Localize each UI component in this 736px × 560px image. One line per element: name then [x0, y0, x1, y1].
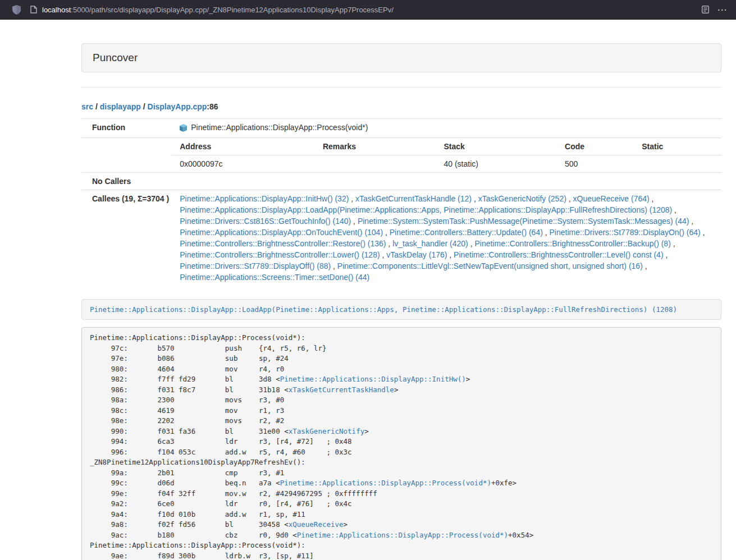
breadcrumb-file-link[interactable]: DisplayApp.cpp: [148, 102, 207, 111]
callee-link[interactable]: Pinetime::Controllers::BrightnessControl…: [454, 250, 663, 259]
function-row: Function Pinetime::Applications::Display…: [81, 119, 721, 138]
code-symbol-link[interactable]: Pinetime::Applications::DisplayApp::Init…: [280, 375, 466, 383]
callee-link[interactable]: xQueueReceive (764): [573, 194, 650, 203]
symbol-panel: Pinetime::Applications::DisplayApp::Load…: [81, 299, 721, 320]
no-callers-row: No Callers: [81, 173, 721, 190]
callee-link[interactable]: Pinetime::Controllers::BrightnessControl…: [180, 250, 380, 259]
callee-link[interactable]: Pinetime::Drivers::Cst816S::GetTouchInfo…: [180, 217, 351, 226]
code-symbol-link[interactable]: Pinetime::Applications::DisplayApp::Proc…: [297, 531, 508, 539]
tracking-protection-shield-icon[interactable]: [12, 5, 21, 15]
callee-link[interactable]: lv_task_handler (420): [392, 239, 468, 248]
callee-link[interactable]: xTaskGenericNotify (252): [478, 194, 566, 203]
metrics-table: Address Remarks Stack Code Static 0x0000…: [171, 138, 721, 172]
column-header-remarks: Remarks: [314, 138, 436, 155]
loadapp-symbol-link[interactable]: Pinetime::Applications::DisplayApp::Load…: [90, 305, 677, 314]
page-title: Puncover: [93, 52, 138, 63]
kebab-menu-icon[interactable]: ⋯: [714, 2, 730, 17]
callees-row: Callees (19, Σ=3704 ) Pinetime::Applicat…: [81, 190, 721, 286]
callee-link[interactable]: Pinetime::Controllers::BrightnessControl…: [180, 239, 386, 248]
callee-link[interactable]: Pinetime::Applications::DisplayApp::Init…: [180, 194, 349, 203]
code-symbol-link[interactable]: xTaskGetCurrentTaskHandle: [289, 385, 394, 394]
stack-value: 40 (static): [436, 155, 557, 173]
column-header-code: Code: [556, 138, 633, 155]
code-symbol-link[interactable]: xTaskGenericNotify: [289, 427, 364, 435]
static-value: [633, 155, 721, 173]
function-type-icon: [180, 123, 187, 135]
callee-link[interactable]: Pinetime::Applications::DisplayApp::OnTo…: [180, 228, 383, 237]
breadcrumb-src-link[interactable]: src: [81, 102, 93, 111]
callees-list: Pinetime::Applications::DisplayApp::Init…: [171, 190, 721, 286]
callee-link[interactable]: Pinetime::Drivers::St7789::DisplayOn() (…: [550, 228, 701, 237]
callee-link[interactable]: Pinetime::System::SystemTask::PushMessag…: [358, 217, 689, 226]
url-path: :5000/path/src/displayapp/DisplayApp.cpp…: [71, 6, 394, 14]
callee-link[interactable]: Pinetime::Drivers::St7789::DisplayOff() …: [180, 261, 331, 270]
url-host: localhost: [42, 6, 71, 14]
callee-link[interactable]: Pinetime::Applications::Screens::Timer::…: [180, 273, 369, 282]
column-header-address: Address: [171, 138, 314, 155]
code-symbol-link[interactable]: Pinetime::Applications::DisplayApp::Proc…: [280, 479, 491, 487]
reader-view-icon[interactable]: [697, 2, 714, 17]
breadcrumb-line-number: :86: [207, 102, 218, 111]
column-header-stack: Stack: [436, 138, 557, 155]
breadcrumb: src / displayapp / DisplayApp.cpp:86: [81, 102, 721, 111]
code-symbol-link[interactable]: xQueueReceive: [289, 520, 344, 529]
function-table: Function Pinetime::Applications::Display…: [81, 118, 721, 286]
callee-link[interactable]: Pinetime::Applications::DisplayApp::Load…: [180, 205, 672, 214]
callee-link[interactable]: Pinetime::Controllers::Battery::Update()…: [390, 228, 543, 237]
callee-link[interactable]: xTaskGetCurrentTaskHandle (12): [355, 194, 472, 203]
column-header-static: Static: [633, 138, 721, 155]
address-value: 0x0000097c: [171, 155, 314, 173]
code-size-value: 500: [556, 155, 633, 173]
page-content: Puncover src / displayapp / DisplayApp.c…: [0, 20, 736, 560]
metrics-values-row: 0x0000097c 40 (static) 500: [171, 155, 721, 173]
breadcrumb-separator: /: [93, 102, 100, 111]
breadcrumb-separator: /: [141, 102, 148, 111]
page-proxy-icon[interactable]: [30, 6, 37, 13]
function-name: Pinetime::Applications::DisplayApp::Proc…: [191, 122, 368, 133]
callee-link[interactable]: Pinetime::Components::LittleVgl::SetNewT…: [337, 261, 643, 270]
no-callers-label: No Callers: [81, 173, 171, 190]
metrics-row: Address Remarks Stack Code Static 0x0000…: [81, 138, 721, 173]
browser-toolbar: localhost:5000/path/src/displayapp/Displ…: [0, 0, 736, 20]
callees-label: Callees (19, Σ=3704 ): [81, 190, 171, 286]
breadcrumb-displayapp-link[interactable]: displayapp: [100, 102, 141, 111]
url-bar[interactable]: localhost:5000/path/src/displayapp/Displ…: [42, 6, 394, 14]
app-title-panel: Puncover: [81, 43, 721, 72]
divider: [81, 87, 721, 88]
callee-link[interactable]: vTaskDelay (176): [386, 250, 447, 259]
disassembly-block: Pinetime::Applications::DisplayApp::Proc…: [81, 327, 721, 560]
function-label: Function: [81, 119, 171, 138]
callee-link[interactable]: Pinetime::Controllers::BrightnessControl…: [474, 239, 670, 248]
remarks-value: [314, 155, 436, 173]
